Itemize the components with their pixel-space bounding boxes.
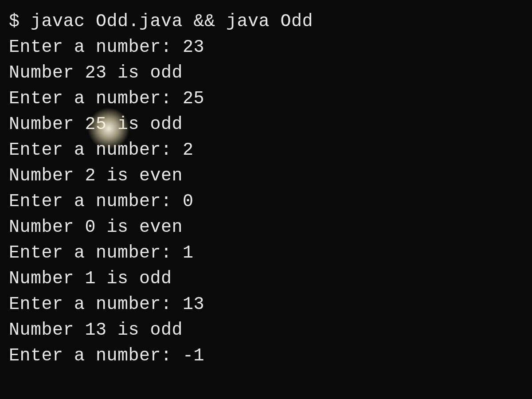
terminal-line: Enter a number: 13 <box>9 292 523 317</box>
partial-previous-line: ▄▄▄▄▄ ▄▄▄▄▄▄▄ <box>0 0 532 1</box>
terminal-window[interactable]: ▄▄▄▄▄ ▄▄▄▄▄▄▄ $ javac Odd.java && java O… <box>0 0 532 399</box>
terminal-line: Number 25 is odd <box>9 112 523 137</box>
terminal-line: Number 0 is even <box>9 215 523 240</box>
terminal-line: Number 1 is odd <box>9 266 523 292</box>
terminal-line: Enter a number: -1 <box>9 343 523 369</box>
terminal-line: $ javac Odd.java && java Odd <box>9 9 523 35</box>
terminal-line: Number 13 is odd <box>9 317 523 343</box>
terminal-line: Enter a number: 0 <box>9 189 523 215</box>
terminal-line: Enter a number: 23 <box>9 35 523 60</box>
terminal-line: Enter a number: 1 <box>9 240 523 266</box>
terminal-line: Enter a number: 2 <box>9 137 523 163</box>
terminal-line: Enter a number: 25 <box>9 86 523 112</box>
terminal-line: Number 23 is odd <box>9 60 523 86</box>
terminal-line: Number 2 is even <box>9 163 523 189</box>
